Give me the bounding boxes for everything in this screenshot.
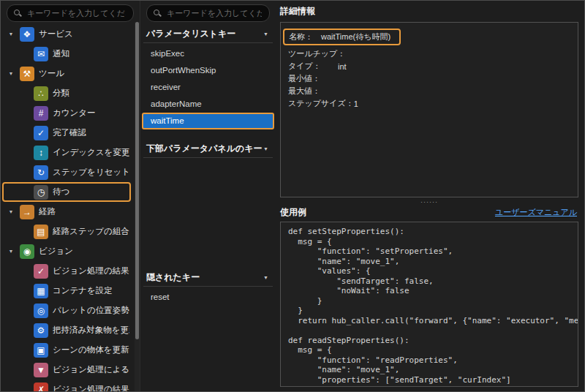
- index-change-icon: ↕: [34, 146, 48, 160]
- tree-item-path[interactable]: ▼→経路: [2, 202, 131, 222]
- param-search-box[interactable]: [146, 4, 270, 22]
- param-search-input[interactable]: [165, 8, 263, 18]
- section-title: パラメータリストキー: [146, 28, 235, 40]
- app-window: ▼❖サービス✉通知▼⚒ツール∴分類#カウンター✓完了確認↕インデックスを変更↻ス…: [0, 0, 585, 392]
- tree-item-label: 待つ: [53, 186, 69, 197]
- chevron-down-icon[interactable]: ▼: [263, 275, 268, 280]
- step-search-input[interactable]: [26, 8, 127, 18]
- example-code: def setStepProperties(): msg = { "functi…: [288, 227, 570, 387]
- tree-item-label: コンテナを設定: [53, 285, 113, 296]
- tree-item-label: ステップをリセット: [53, 167, 129, 178]
- detail-field: ステップサイズ：1: [288, 97, 570, 110]
- expander-icon[interactable]: ▼: [7, 249, 15, 254]
- search-icon: [153, 9, 162, 18]
- section-body: [140, 158, 276, 258]
- detail-field-label: 最小値：: [288, 73, 338, 84]
- section-title: 下部パラメータパネルのキー: [146, 143, 263, 155]
- tree-item-vis-check[interactable]: ✓ビジョン処理の結果をチェック: [2, 261, 131, 281]
- detail-field: ツールチップ：: [288, 48, 570, 60]
- detail-field-label: タイプ：: [288, 61, 338, 72]
- param-key-item[interactable]: skipExec: [142, 45, 274, 62]
- detail-field-label: ツールチップ：: [288, 48, 345, 59]
- pallet-pose-icon: ◎: [34, 304, 48, 318]
- tree-item-label: 分類: [53, 88, 69, 99]
- example-header: 使用例 ユーザーズマニュアル: [280, 206, 577, 219]
- search-icon: [13, 9, 22, 18]
- section-header[interactable]: 隠されたキー▼: [143, 268, 273, 287]
- detail-field-label: ステップサイズ：: [288, 98, 354, 109]
- chevron-down-icon[interactable]: ▼: [263, 146, 268, 151]
- expander-icon[interactable]: ▼: [7, 71, 15, 76]
- reset-arrow-icon: ↻: [34, 165, 48, 180]
- step-search-box[interactable]: [7, 4, 134, 22]
- param-key-item[interactable]: adapterName: [142, 96, 274, 113]
- detail-panel: 詳細情報 名称：waitTime(待ち時間)ツールチップ：タイプ：int最小値：…: [276, 1, 584, 391]
- chevron-down-icon[interactable]: ▼: [263, 31, 268, 37]
- expander-icon[interactable]: ▼: [7, 31, 15, 37]
- tree-item-label: ビジョン処理の結果を使い切る: [53, 384, 129, 391]
- tree-item-label: 完了確認: [53, 127, 86, 138]
- section-body: skipExecoutPortWhenSkipreceiveradapterNa…: [140, 43, 276, 129]
- section-header[interactable]: 下部パラメータパネルのキー▼: [143, 140, 273, 158]
- param-key-item[interactable]: reset: [142, 289, 274, 306]
- panel-splitter[interactable]: ······: [280, 197, 578, 206]
- tree-item-confirm[interactable]: ✓完了確認: [2, 123, 131, 143]
- tree-item-vis-place[interactable]: ▼ビジョン処理による配置: [2, 360, 131, 380]
- container-icon: ▦: [34, 284, 48, 298]
- left-scrollbar-thumb[interactable]: [135, 22, 139, 339]
- detail-field: 最大値：: [288, 85, 570, 97]
- param-key-panel: パラメータリストキー▼skipExecoutPortWhenSkipreceiv…: [140, 1, 276, 391]
- tree-item-grip[interactable]: ⚙把持済み対象物を更新: [2, 320, 131, 340]
- example-code-box: def setStepProperties(): msg = { "functi…: [280, 222, 578, 387]
- splitter-dots-icon: ······: [420, 198, 438, 206]
- tree-item-label: ツール: [39, 68, 64, 79]
- tree-item-label: 経路ステップの組合せ: [53, 226, 129, 237]
- step-library-panel: ▼❖サービス✉通知▼⚒ツール∴分類#カウンター✓完了確認↕インデックスを変更↻ス…: [1, 1, 140, 391]
- detail-info-box: 名称：waitTime(待ち時間)ツールチップ：タイプ：int最小値：最大値：ス…: [280, 22, 578, 197]
- detail-field-value: waitTime(待ち時間): [321, 31, 390, 42]
- param-key-item[interactable]: waitTime: [142, 113, 274, 129]
- section-header[interactable]: パラメータリストキー▼: [143, 25, 273, 43]
- expander-icon[interactable]: ▼: [7, 209, 15, 214]
- route-icon: →: [20, 205, 34, 219]
- detail-panel-title: 詳細情報: [280, 5, 578, 18]
- tree-item-label: 把持済み対象物を更新: [53, 325, 129, 336]
- section-title: 隠されたキー: [146, 271, 200, 284]
- param-sections: パラメータリストキー▼skipExecoutPortWhenSkipreceiv…: [140, 25, 276, 306]
- tree-item-classify[interactable]: ∴分類: [2, 83, 131, 103]
- step-tree: ▼❖サービス✉通知▼⚒ツール∴分類#カウンター✓完了確認↕インデックスを変更↻ス…: [1, 24, 140, 391]
- section-body: reset: [140, 287, 276, 306]
- tree-item-reset-step[interactable]: ↻ステップをリセット: [2, 162, 131, 182]
- tree-item-path-combo[interactable]: ▤経路ステップの組合せ: [2, 222, 131, 241]
- tree-item-counter[interactable]: #カウンター: [2, 103, 131, 123]
- vision-place-icon: ▼: [34, 363, 48, 377]
- check-circle-icon: ✓: [34, 126, 48, 140]
- tree-item-tools[interactable]: ▼⚒ツール: [2, 64, 131, 83]
- briefcase-icon: ❖: [20, 27, 34, 42]
- detail-field: タイプ：int: [288, 60, 570, 72]
- tree-item-wait[interactable]: ◷待つ: [2, 182, 131, 202]
- classification-icon: ∴: [34, 86, 48, 101]
- camera-icon: ◉: [20, 244, 34, 259]
- param-key-item[interactable]: outPortWhenSkip: [142, 62, 274, 79]
- detail-field-label: 最大値：: [288, 86, 338, 97]
- tree-item-container[interactable]: ▦コンテナを設定: [2, 281, 131, 301]
- tree-item-service[interactable]: ▼❖サービス: [2, 24, 131, 44]
- tree-item-scene[interactable]: ▣シーンの物体を更新: [2, 340, 131, 360]
- detail-field-label: 名称：: [289, 31, 321, 42]
- gripper-icon: ⚙: [34, 323, 48, 338]
- detail-field: 最小値：: [288, 72, 570, 85]
- tree-item-label: ビジョン処理による配置: [53, 364, 129, 375]
- tree-item-index[interactable]: ↕インデックスを変更: [2, 143, 131, 162]
- tree-item-pallet[interactable]: ◎パレットの位置姿勢を更新: [2, 301, 131, 320]
- tree-item-vis-use[interactable]: ✗ビジョン処理の結果を使い切る: [2, 380, 131, 391]
- user-manual-link[interactable]: ユーザーズマニュアル: [495, 207, 577, 218]
- left-scrollbar[interactable]: [135, 22, 140, 391]
- tree-item-notify[interactable]: ✉通知: [2, 44, 131, 64]
- tree-item-vision[interactable]: ▼◉ビジョン: [2, 241, 131, 261]
- tree-item-label: カウンター: [53, 108, 96, 118]
- param-key-item[interactable]: receiver: [142, 79, 274, 96]
- scene-update-icon: ▣: [34, 343, 48, 358]
- tree-item-label: 通知: [53, 48, 69, 59]
- tree-item-label: サービス: [39, 29, 73, 39]
